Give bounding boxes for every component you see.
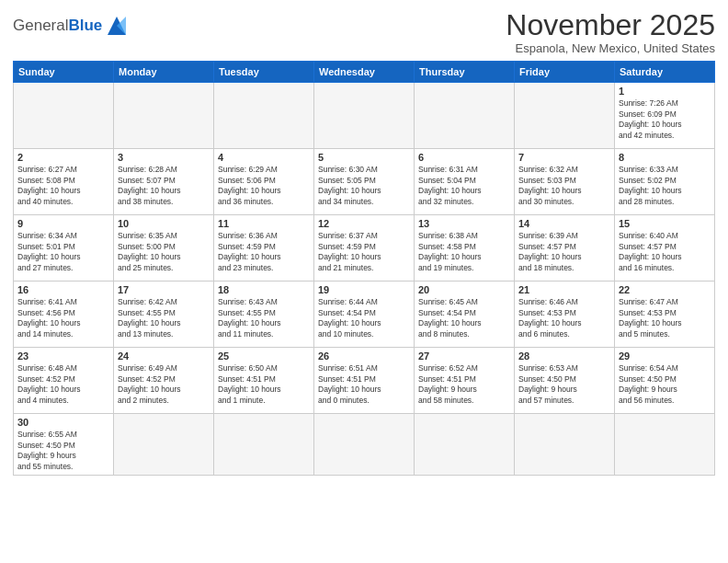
day-number: 3 bbox=[118, 152, 210, 163]
calendar-week-0: 1Sunrise: 7:26 AM Sunset: 6:09 PM Daylig… bbox=[14, 83, 715, 149]
calendar-cell: 19Sunrise: 6:44 AM Sunset: 4:54 PM Dayli… bbox=[314, 282, 415, 348]
day-headers-row: SundayMondayTuesdayWednesdayThursdayFrid… bbox=[14, 62, 715, 83]
calendar-table: SundayMondayTuesdayWednesdayThursdayFrid… bbox=[13, 61, 715, 476]
calendar-cell bbox=[415, 414, 515, 476]
day-number: 5 bbox=[318, 152, 410, 163]
day-number: 4 bbox=[218, 152, 310, 163]
day-info: Sunrise: 6:55 AM Sunset: 4:50 PM Dayligh… bbox=[17, 430, 109, 472]
calendar-week-1: 2Sunrise: 6:27 AM Sunset: 5:08 PM Daylig… bbox=[14, 149, 715, 215]
day-info: Sunrise: 6:32 AM Sunset: 5:03 PM Dayligh… bbox=[518, 165, 610, 207]
calendar-cell: 13Sunrise: 6:38 AM Sunset: 4:58 PM Dayli… bbox=[415, 215, 515, 282]
page: GeneralBlue November 2025 Espanola, New … bbox=[0, 0, 728, 563]
calendar-week-5: 30Sunrise: 6:55 AM Sunset: 4:50 PM Dayli… bbox=[14, 414, 715, 476]
day-info: Sunrise: 6:44 AM Sunset: 4:54 PM Dayligh… bbox=[318, 297, 410, 339]
day-number: 12 bbox=[318, 218, 410, 229]
day-number: 26 bbox=[318, 350, 410, 362]
day-header-thursday: Thursday bbox=[415, 62, 515, 83]
day-number: 24 bbox=[118, 350, 210, 362]
day-info: Sunrise: 6:51 AM Sunset: 4:51 PM Dayligh… bbox=[318, 363, 410, 406]
calendar-cell bbox=[314, 414, 415, 476]
day-info: Sunrise: 6:34 AM Sunset: 5:01 PM Dayligh… bbox=[17, 231, 109, 273]
calendar-cell: 29Sunrise: 6:54 AM Sunset: 4:50 PM Dayli… bbox=[615, 348, 715, 414]
day-number: 29 bbox=[619, 350, 711, 362]
day-header-sunday: Sunday bbox=[14, 62, 114, 83]
day-info: Sunrise: 7:26 AM Sunset: 6:09 PM Dayligh… bbox=[619, 98, 711, 141]
calendar-week-3: 16Sunrise: 6:41 AM Sunset: 4:56 PM Dayli… bbox=[14, 282, 715, 348]
calendar-cell: 1Sunrise: 7:26 AM Sunset: 6:09 PM Daylig… bbox=[615, 83, 715, 149]
day-number: 14 bbox=[518, 218, 610, 229]
title-block: November 2025 Espanola, New Mexico, Unit… bbox=[506, 9, 715, 55]
day-number: 6 bbox=[418, 152, 510, 163]
day-info: Sunrise: 6:39 AM Sunset: 4:57 PM Dayligh… bbox=[518, 231, 610, 273]
calendar-cell bbox=[314, 83, 415, 149]
day-info: Sunrise: 6:40 AM Sunset: 4:57 PM Dayligh… bbox=[619, 231, 711, 273]
calendar-cell: 2Sunrise: 6:27 AM Sunset: 5:08 PM Daylig… bbox=[14, 149, 114, 215]
day-info: Sunrise: 6:41 AM Sunset: 4:56 PM Dayligh… bbox=[17, 297, 109, 339]
logo: GeneralBlue bbox=[13, 13, 130, 39]
day-header-tuesday: Tuesday bbox=[214, 62, 314, 83]
day-number: 16 bbox=[17, 284, 109, 295]
day-number: 20 bbox=[418, 284, 510, 295]
calendar-cell bbox=[415, 83, 515, 149]
day-number: 1 bbox=[619, 86, 711, 97]
day-info: Sunrise: 6:48 AM Sunset: 4:52 PM Dayligh… bbox=[17, 363, 109, 406]
day-header-saturday: Saturday bbox=[615, 62, 715, 83]
calendar-cell: 23Sunrise: 6:48 AM Sunset: 4:52 PM Dayli… bbox=[14, 348, 114, 414]
calendar-cell: 8Sunrise: 6:33 AM Sunset: 5:02 PM Daylig… bbox=[615, 149, 715, 215]
calendar-cell bbox=[214, 83, 314, 149]
day-number: 9 bbox=[17, 218, 109, 229]
month-year: November 2025 bbox=[506, 9, 715, 41]
day-info: Sunrise: 6:35 AM Sunset: 5:00 PM Dayligh… bbox=[118, 231, 210, 273]
day-number: 22 bbox=[619, 284, 711, 295]
logo-general: General bbox=[13, 17, 68, 34]
calendar-cell: 6Sunrise: 6:31 AM Sunset: 5:04 PM Daylig… bbox=[415, 149, 515, 215]
day-info: Sunrise: 6:31 AM Sunset: 5:04 PM Dayligh… bbox=[418, 165, 510, 207]
calendar-cell bbox=[114, 414, 214, 476]
calendar-cell bbox=[14, 83, 114, 149]
day-info: Sunrise: 6:54 AM Sunset: 4:50 PM Dayligh… bbox=[619, 363, 711, 406]
calendar-cell: 12Sunrise: 6:37 AM Sunset: 4:59 PM Dayli… bbox=[314, 215, 415, 282]
day-number: 13 bbox=[418, 218, 510, 229]
logo-blue: Blue bbox=[68, 17, 102, 34]
calendar-cell: 30Sunrise: 6:55 AM Sunset: 4:50 PM Dayli… bbox=[14, 414, 114, 476]
day-header-friday: Friday bbox=[515, 62, 615, 83]
calendar-cell: 15Sunrise: 6:40 AM Sunset: 4:57 PM Dayli… bbox=[615, 215, 715, 282]
day-number: 23 bbox=[17, 350, 109, 362]
day-number: 27 bbox=[418, 350, 510, 362]
day-number: 30 bbox=[17, 417, 109, 428]
day-number: 17 bbox=[118, 284, 210, 295]
calendar-cell bbox=[214, 414, 314, 476]
calendar-cell: 28Sunrise: 6:53 AM Sunset: 4:50 PM Dayli… bbox=[515, 348, 615, 414]
calendar-cell: 27Sunrise: 6:52 AM Sunset: 4:51 PM Dayli… bbox=[415, 348, 515, 414]
calendar-cell bbox=[515, 83, 615, 149]
day-number: 8 bbox=[619, 152, 711, 163]
day-number: 15 bbox=[619, 218, 711, 229]
day-info: Sunrise: 6:47 AM Sunset: 4:53 PM Dayligh… bbox=[619, 297, 711, 339]
day-info: Sunrise: 6:52 AM Sunset: 4:51 PM Dayligh… bbox=[418, 363, 510, 406]
calendar-cell bbox=[114, 83, 214, 149]
day-info: Sunrise: 6:45 AM Sunset: 4:54 PM Dayligh… bbox=[418, 297, 510, 339]
calendar-cell: 22Sunrise: 6:47 AM Sunset: 4:53 PM Dayli… bbox=[615, 282, 715, 348]
day-number: 19 bbox=[318, 284, 410, 295]
calendar-cell bbox=[615, 414, 715, 476]
logo-text: GeneralBlue bbox=[13, 17, 102, 35]
calendar-cell: 26Sunrise: 6:51 AM Sunset: 4:51 PM Dayli… bbox=[314, 348, 415, 414]
calendar-cell: 10Sunrise: 6:35 AM Sunset: 5:00 PM Dayli… bbox=[114, 215, 214, 282]
calendar-cell: 24Sunrise: 6:49 AM Sunset: 4:52 PM Dayli… bbox=[114, 348, 214, 414]
calendar-cell: 17Sunrise: 6:42 AM Sunset: 4:55 PM Dayli… bbox=[114, 282, 214, 348]
day-number: 10 bbox=[118, 218, 210, 229]
day-info: Sunrise: 6:28 AM Sunset: 5:07 PM Dayligh… bbox=[118, 165, 210, 207]
day-header-monday: Monday bbox=[114, 62, 214, 83]
calendar-cell: 20Sunrise: 6:45 AM Sunset: 4:54 PM Dayli… bbox=[415, 282, 515, 348]
day-info: Sunrise: 6:30 AM Sunset: 5:05 PM Dayligh… bbox=[318, 165, 410, 207]
day-info: Sunrise: 6:49 AM Sunset: 4:52 PM Dayligh… bbox=[118, 363, 210, 406]
day-info: Sunrise: 6:43 AM Sunset: 4:55 PM Dayligh… bbox=[218, 297, 310, 339]
calendar-cell: 7Sunrise: 6:32 AM Sunset: 5:03 PM Daylig… bbox=[515, 149, 615, 215]
day-info: Sunrise: 6:33 AM Sunset: 5:02 PM Dayligh… bbox=[619, 165, 711, 207]
day-number: 18 bbox=[218, 284, 310, 295]
day-number: 7 bbox=[518, 152, 610, 163]
location: Espanola, New Mexico, United States bbox=[506, 41, 715, 55]
day-info: Sunrise: 6:46 AM Sunset: 4:53 PM Dayligh… bbox=[518, 297, 610, 339]
calendar-cell: 25Sunrise: 6:50 AM Sunset: 4:51 PM Dayli… bbox=[214, 348, 314, 414]
calendar-cell: 5Sunrise: 6:30 AM Sunset: 5:05 PM Daylig… bbox=[314, 149, 415, 215]
